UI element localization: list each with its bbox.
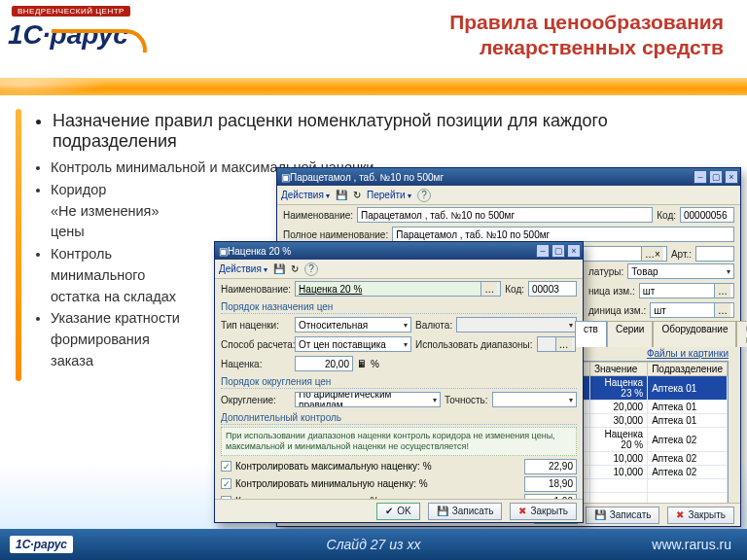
checkbox-icon[interactable]: ✓ xyxy=(221,461,231,472)
header-stripe xyxy=(0,78,747,95)
slide-title-line2: лекарственных средств xyxy=(449,35,724,60)
titlebar-item[interactable]: ▣ Парацетамол , таб. №10 по 500мг – ▢ × xyxy=(277,168,740,186)
toolbar-save-icon[interactable]: 💾 xyxy=(336,190,347,200)
toolbar-refresh-icon[interactable]: ↻ xyxy=(353,190,361,200)
maximize-button[interactable]: ▢ xyxy=(709,170,723,184)
pricing-grid[interactable]: Значение Подразделение Наценка 23 %Аптек… xyxy=(575,361,729,508)
input-unit2[interactable]: шт… xyxy=(650,302,734,318)
lookup-button[interactable]: … xyxy=(480,282,497,296)
label-type: Тип наценки: xyxy=(221,320,291,331)
select-type[interactable]: Относительная xyxy=(295,317,411,332)
table-row[interactable]: Наценка 20 %Аптека 02 xyxy=(577,428,728,452)
table-row[interactable]: 10,000Аптека 02 xyxy=(577,466,728,479)
slide-title: Правила ценообразования лекарственных ср… xyxy=(449,10,724,76)
slide-title-line1: Правила ценообразования xyxy=(449,10,724,35)
label-name: Наименование: xyxy=(221,284,291,295)
calc-icon[interactable]: 🖩 xyxy=(357,359,367,369)
input-max-markup[interactable]: 22,90 xyxy=(524,459,577,474)
table-row[interactable]: 10,000Аптека 02 xyxy=(577,452,728,466)
tab-setcontent[interactable]: Состав набора xyxy=(736,321,747,347)
toolbar-refresh-icon[interactable]: ↻ xyxy=(291,263,299,274)
button-bar-front: ✔OK 💾Записать ✖Закрыть xyxy=(215,499,583,522)
close-button-bar[interactable]: ✖Закрыть xyxy=(667,507,734,524)
input-fullname[interactable]: Парацетамол , таб. №10 по 500мг xyxy=(392,227,734,242)
label-unit: ница изм.: xyxy=(588,286,635,297)
label-precision: Точность: xyxy=(445,395,488,405)
minimize-button[interactable]: – xyxy=(694,170,707,184)
table-row[interactable]: 20,000Аптека 01 xyxy=(577,401,728,414)
goto-menu[interactable]: Перейти xyxy=(367,190,411,200)
label-currency: Валюта: xyxy=(415,320,452,331)
select-round[interactable]: По арифметическим правилам xyxy=(295,392,441,407)
window-markup: ▣ Наценка 20 % – ▢ × Действия 💾 ↻ ? Наим… xyxy=(214,241,584,523)
input-markup[interactable]: 20,00 xyxy=(295,356,353,371)
slide-header: ВНЕДРЕНЧЕСКИЙ ЦЕНТР 1С·рарус Правила цен… xyxy=(0,0,747,76)
close-button-bar[interactable]: ✖Закрыть xyxy=(510,503,577,520)
label-ranges: Использовать диапазоны: xyxy=(415,339,533,350)
input-code[interactable]: 00000056 xyxy=(680,207,734,223)
label-method: Способ расчета: xyxy=(221,339,291,350)
col-division[interactable]: Подразделение xyxy=(648,363,728,376)
select-method[interactable]: От цен поставщика xyxy=(295,336,411,352)
logo-badge: ВНЕДРЕНЧЕСКИЙ ЦЕНТР xyxy=(12,6,130,17)
tabs: ств Серии Оборудование Состав набора xyxy=(575,320,729,346)
bullet-top-1: Назначение правил расценки номенклатурно… xyxy=(53,111,724,152)
section-round: Порядок округления цен xyxy=(221,376,577,389)
select-precision[interactable] xyxy=(492,392,577,407)
tab-series[interactable]: Серии xyxy=(607,321,654,347)
actions-menu[interactable]: Действия xyxy=(281,190,330,200)
window-icon: ▣ xyxy=(281,172,290,183)
footer-logo: 1С·рарус xyxy=(10,536,73,553)
input-name[interactable]: Парацетамол , таб. №10 по 500мг xyxy=(357,207,653,223)
label-fullname: Полное наименование: xyxy=(283,229,388,240)
section-assign: Порядок назначения цен xyxy=(221,301,577,314)
close-button[interactable]: × xyxy=(725,170,738,184)
label-nomk: латуры: xyxy=(588,266,623,277)
lookup-unit2[interactable]: … xyxy=(714,303,730,317)
input-code[interactable]: 00003 xyxy=(528,281,577,297)
tab-equipment[interactable]: Оборудование xyxy=(653,321,736,347)
toolbar: Действия 💾 ↻ ? xyxy=(215,260,583,279)
table-row[interactable]: 30,000Аптека 01 xyxy=(577,414,728,428)
title-text: Наценка 20 % xyxy=(228,246,534,257)
label-art: Арт.: xyxy=(671,249,692,260)
maximize-button[interactable]: ▢ xyxy=(551,244,565,258)
label-markup: Наценка: xyxy=(221,359,291,369)
table-row[interactable]: Наценка 23 %Аптека 01 xyxy=(577,376,728,401)
actions-menu[interactable]: Действия xyxy=(219,263,267,274)
logo: ВНЕДРЕНЧЕСКИЙ ЦЕНТР 1С·рарус xyxy=(8,6,154,66)
help-icon[interactable]: ? xyxy=(304,262,318,276)
titlebar-markup[interactable]: ▣ Наценка 20 % – ▢ × xyxy=(215,242,583,260)
section-extra: Дополнительный контроль xyxy=(221,412,577,425)
save-button[interactable]: 💾Записать xyxy=(428,503,503,520)
lookup-button[interactable]: …× xyxy=(641,247,663,261)
minimize-button[interactable]: – xyxy=(536,244,550,258)
label-code: Код: xyxy=(657,210,676,221)
input-name[interactable]: Наценка 20 %… xyxy=(295,281,501,297)
link-files[interactable]: Файлы и картинки xyxy=(647,348,729,359)
check-min-markup[interactable]: ✓ Контролировать минимальную наценку: % … xyxy=(215,475,583,493)
logo-arrow-icon xyxy=(50,29,149,52)
label-round: Округление: xyxy=(221,395,291,405)
col-value[interactable]: Значение xyxy=(590,363,648,376)
input-nomk[interactable]: Товар xyxy=(627,263,734,279)
checkbox-icon[interactable]: ✓ xyxy=(221,478,231,489)
lookup-ranges[interactable]: … xyxy=(555,337,572,351)
footer-site: www.rarus.ru xyxy=(652,537,731,552)
save-button[interactable]: 💾Записать xyxy=(586,507,660,524)
ok-button[interactable]: ✔OK xyxy=(376,503,419,520)
table-row[interactable] xyxy=(577,479,728,493)
lookup-unit[interactable]: … xyxy=(714,284,730,298)
input-unit[interactable]: шт… xyxy=(639,283,734,298)
close-button[interactable]: × xyxy=(567,244,581,258)
slide-footer: 1С·рарус Слайд 27 из хх www.rarus.ru xyxy=(0,529,747,560)
tab-props[interactable]: ств xyxy=(575,321,607,347)
input-art[interactable] xyxy=(695,246,734,262)
input-ranges[interactable]: … xyxy=(537,336,576,352)
input-min-markup[interactable]: 18,90 xyxy=(524,476,577,492)
check-max-markup[interactable]: ✓ Контролировать максимальную наценку: %… xyxy=(215,458,583,475)
title-text: Парацетамол , таб. №10 по 500мг xyxy=(290,172,692,183)
help-icon[interactable]: ? xyxy=(417,189,431,202)
select-currency[interactable] xyxy=(456,317,577,332)
toolbar-save-icon[interactable]: 💾 xyxy=(273,263,285,274)
